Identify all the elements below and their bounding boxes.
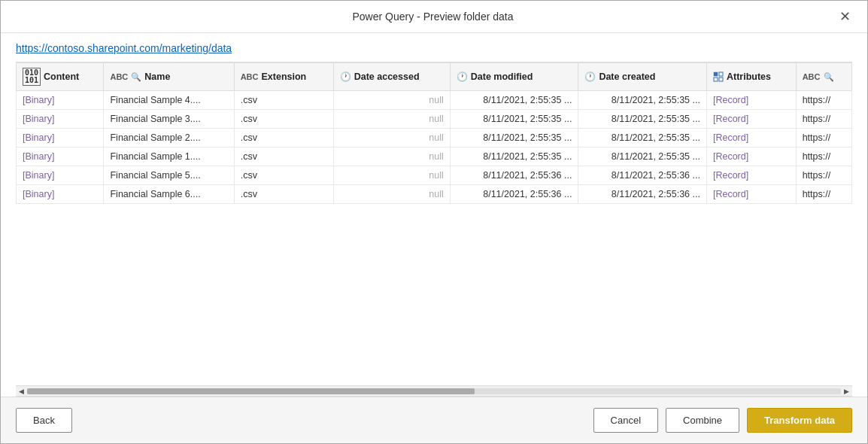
- data-table: 010101 Content ABC 🔍 Name: [16, 62, 852, 204]
- table-cell: .csv: [234, 185, 333, 204]
- title-bar: Power Query - Preview folder data ✕: [1, 1, 867, 33]
- table-cell: Financial Sample 6....: [104, 185, 234, 204]
- table-cell: null: [333, 110, 450, 129]
- transform-button[interactable]: Transform data: [747, 408, 852, 433]
- scroll-right-arrow[interactable]: ▶: [844, 388, 849, 395]
- url-text: https://contoso.sharepoint.com/marketing…: [16, 42, 232, 54]
- table-cell: 8/11/2021, 2:55:35 ...: [450, 129, 578, 147]
- abc-icon-ext: ABC: [241, 72, 259, 81]
- table-cell: 8/11/2021, 2:55:35 ...: [578, 110, 707, 129]
- table-cell: .csv: [234, 110, 333, 129]
- table-cell: [Binary]: [17, 110, 104, 129]
- col-header-extension[interactable]: ABC Extension: [234, 63, 333, 91]
- table-cell: 8/11/2021, 2:55:36 ...: [450, 185, 578, 204]
- clock-icon-created: 🕐: [584, 71, 596, 82]
- table-cell: Financial Sample 1....: [104, 147, 234, 166]
- table-cell: [Record]: [706, 185, 796, 204]
- table-cell: 8/11/2021, 2:55:36 ...: [450, 166, 578, 185]
- table-cell: 8/11/2021, 2:55:35 ...: [450, 110, 578, 129]
- col-label-content: Content: [44, 71, 79, 82]
- abc-icon-url: ABC: [803, 72, 821, 81]
- table-row[interactable]: [Binary]Financial Sample 4.....csvnull8/…: [17, 91, 852, 110]
- table-row[interactable]: [Binary]Financial Sample 2.....csvnull8/…: [17, 129, 852, 147]
- col-label-date-modified: Date modified: [471, 71, 533, 82]
- footer: Back Cancel Combine Transform data: [1, 397, 867, 443]
- col-header-content[interactable]: 010101 Content: [17, 63, 104, 91]
- footer-left: Back: [16, 408, 72, 433]
- table-cell: Financial Sample 5....: [104, 166, 234, 185]
- table-cell: .csv: [234, 147, 333, 166]
- table-cell: Financial Sample 2....: [104, 129, 234, 147]
- table-cell: [Record]: [706, 110, 796, 129]
- table-cell: null: [333, 129, 450, 147]
- search-icon-name: 🔍: [131, 72, 141, 82]
- col-header-date-created[interactable]: 🕐 Date created: [578, 63, 707, 91]
- clock-icon-modified: 🕐: [457, 71, 468, 82]
- table-cell: https://: [796, 91, 851, 110]
- table-cell: 8/11/2021, 2:55:35 ...: [578, 129, 707, 147]
- table-cell: [Binary]: [17, 129, 104, 147]
- table-cell: [Binary]: [17, 147, 104, 166]
- table-cell: https://: [796, 147, 851, 166]
- table-row[interactable]: [Binary]Financial Sample 5.....csvnull8/…: [17, 166, 852, 185]
- col-header-url[interactable]: ABC 🔍: [796, 63, 851, 91]
- binary-icon: 010101: [23, 68, 41, 86]
- svg-rect-0: [714, 72, 718, 76]
- col-header-name[interactable]: ABC 🔍 Name: [104, 63, 234, 91]
- table-cell: 8/11/2021, 2:55:35 ...: [450, 147, 578, 166]
- svg-rect-3: [719, 78, 723, 81]
- table-cell: Financial Sample 4....: [104, 91, 234, 110]
- table-cell: [Record]: [706, 91, 796, 110]
- table-scroll-area[interactable]: 010101 Content ABC 🔍 Name: [16, 62, 852, 385]
- table-cell: Financial Sample 3....: [104, 110, 234, 129]
- col-label-name: Name: [144, 71, 170, 82]
- clock-icon-accessed: 🕐: [340, 71, 351, 82]
- table-cell: https://: [796, 166, 851, 185]
- search-icon-url: 🔍: [824, 72, 834, 82]
- dialog-title: Power Query - Preview folder data: [31, 11, 835, 23]
- scroll-track[interactable]: [27, 388, 841, 394]
- col-label-date-created: Date created: [599, 71, 655, 82]
- back-button[interactable]: Back: [16, 408, 72, 433]
- url-bar: https://contoso.sharepoint.com/marketing…: [1, 33, 867, 62]
- table-cell: 8/11/2021, 2:55:35 ...: [450, 91, 578, 110]
- table-cell: [Record]: [706, 166, 796, 185]
- svg-rect-2: [714, 78, 718, 81]
- col-label-extension: Extension: [262, 71, 307, 82]
- table-cell: https://: [796, 129, 851, 147]
- table-cell: null: [333, 91, 450, 110]
- svg-rect-1: [719, 72, 723, 76]
- table-cell: .csv: [234, 129, 333, 147]
- table-cell: [Binary]: [17, 185, 104, 204]
- table-icon-attr: [713, 71, 724, 83]
- dialog: Power Query - Preview folder data ✕ http…: [0, 0, 868, 444]
- table-cell: 8/11/2021, 2:55:35 ...: [578, 91, 707, 110]
- table-cell: .csv: [234, 91, 333, 110]
- table-row[interactable]: [Binary]Financial Sample 1.....csvnull8/…: [17, 147, 852, 166]
- col-header-date-modified[interactable]: 🕐 Date modified: [450, 63, 578, 91]
- table-cell: null: [333, 147, 450, 166]
- scroll-thumb[interactable]: [27, 388, 475, 394]
- scroll-left-arrow[interactable]: ◀: [19, 388, 24, 395]
- table-row[interactable]: [Binary]Financial Sample 3.....csvnull8/…: [17, 110, 852, 129]
- table-cell: .csv: [234, 166, 333, 185]
- table-cell: [Record]: [706, 129, 796, 147]
- table-cell: null: [333, 166, 450, 185]
- table-row[interactable]: [Binary]Financial Sample 6.....csvnull8/…: [17, 185, 852, 204]
- table-container: 010101 Content ABC 🔍 Name: [16, 62, 852, 397]
- combine-button[interactable]: Combine: [666, 408, 739, 433]
- table-cell: [Record]: [706, 147, 796, 166]
- table-cell: [Binary]: [17, 166, 104, 185]
- cancel-button[interactable]: Cancel: [593, 408, 658, 433]
- table-cell: null: [333, 185, 450, 204]
- horizontal-scrollbar[interactable]: ◀ ▶: [16, 385, 852, 396]
- table-cell: https://: [796, 185, 851, 204]
- table-cell: 8/11/2021, 2:55:35 ...: [578, 147, 707, 166]
- col-label-attributes: Attributes: [727, 71, 771, 82]
- col-header-attributes[interactable]: Attributes: [706, 63, 796, 91]
- col-header-date-accessed[interactable]: 🕐 Date accessed: [333, 63, 450, 91]
- col-label-date-accessed: Date accessed: [354, 71, 420, 82]
- close-button[interactable]: ✕: [835, 8, 855, 25]
- table-cell: 8/11/2021, 2:55:36 ...: [578, 185, 707, 204]
- table-cell: https://: [796, 110, 851, 129]
